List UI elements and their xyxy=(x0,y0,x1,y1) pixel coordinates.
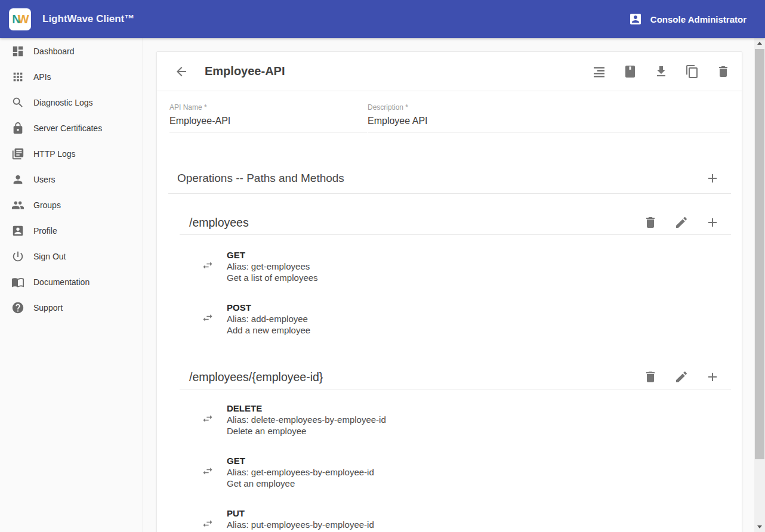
add-icon xyxy=(705,370,720,384)
lock-icon xyxy=(11,122,24,135)
edit-icon xyxy=(674,215,689,230)
sidebar-item-label: Users xyxy=(33,175,55,184)
delete-icon xyxy=(716,64,730,79)
sidebar-item-profile[interactable]: Profile xyxy=(0,218,143,243)
logo-letter-w: W xyxy=(18,13,28,26)
operation-text: POST Alias: add-employee Add a new emplo… xyxy=(227,302,310,336)
delete-icon xyxy=(643,370,658,384)
operation-row[interactable]: DELETE Alias: delete-employees-by-employ… xyxy=(202,403,742,437)
open-book-icon xyxy=(11,276,24,289)
api-fields: API Name * Description * xyxy=(157,91,742,132)
sidebar-item-server-certificates[interactable]: Server Certificates xyxy=(0,115,143,141)
operation-description: Add a new employee xyxy=(227,324,310,336)
sidebar-item-users[interactable]: Users xyxy=(0,166,143,192)
view-spec-button[interactable] xyxy=(592,64,606,79)
arrow-back-icon xyxy=(174,64,189,79)
download-button[interactable] xyxy=(654,64,668,79)
swap-arrows-icon xyxy=(202,259,214,271)
operations-section-header: Operations -- Paths and Methods xyxy=(177,171,720,186)
account-box-icon xyxy=(11,224,24,237)
add-path-button[interactable] xyxy=(705,171,720,185)
api-name-input[interactable] xyxy=(169,112,367,132)
sidebar-item-support[interactable]: Support xyxy=(0,295,143,320)
triangle-down-icon xyxy=(757,525,762,528)
edit-icon xyxy=(674,370,689,384)
add-operation-button[interactable] xyxy=(705,370,720,384)
path-divider xyxy=(180,389,731,389)
add-operation-button[interactable] xyxy=(705,215,720,230)
library-books-icon xyxy=(11,147,24,160)
operation-text: PUT Alias: put-employees-by-employee-id … xyxy=(227,508,374,532)
operation-row[interactable]: GET Alias: get-employees-by-employee-id … xyxy=(202,455,742,489)
api-name-label: API Name * xyxy=(169,103,367,112)
operation-alias: Alias: put-employees-by-employee-id xyxy=(227,519,374,530)
dashboard-icon xyxy=(11,45,24,58)
swap-arrows-icon xyxy=(202,465,214,477)
book-button[interactable] xyxy=(623,64,637,79)
user-menu[interactable]: Console Administrator xyxy=(628,12,747,26)
operation-alias: Alias: get-employees-by-employee-id xyxy=(227,466,374,478)
operation-row[interactable]: PUT Alias: put-employees-by-employee-id … xyxy=(202,508,742,532)
sidebar-item-http-logs[interactable]: HTTP Logs xyxy=(0,141,143,166)
power-icon xyxy=(11,250,24,263)
operation-row[interactable]: GET Alias: get-employees Get a list of e… xyxy=(202,249,742,283)
sidebar-item-dashboard[interactable]: Dashboard xyxy=(0,38,143,64)
sidebar-item-label: Sign Out xyxy=(33,252,66,261)
sidebar-item-label: Support xyxy=(33,303,63,313)
swap-arrows-icon xyxy=(202,413,214,425)
operation-method: POST xyxy=(227,302,310,313)
sidebar-item-diagnostic-logs[interactable]: Diagnostic Logs xyxy=(0,89,143,115)
api-description-label: Description * xyxy=(368,103,730,112)
scrollbar-up-button[interactable] xyxy=(754,38,765,48)
scrollbar[interactable] xyxy=(754,38,765,532)
path-actions xyxy=(643,370,720,384)
scrollbar-thumb[interactable] xyxy=(755,49,764,459)
operation-text: GET Alias: get-employees-by-employee-id … xyxy=(227,455,374,489)
user-label: Console Administrator xyxy=(650,14,747,24)
sidebar-item-label: Dashboard xyxy=(33,47,75,56)
delete-path-button[interactable] xyxy=(643,370,658,384)
operation-alias: Alias: get-employees xyxy=(227,261,318,272)
copy-button[interactable] xyxy=(685,64,699,79)
api-name-field: API Name * xyxy=(169,103,367,132)
sidebar-item-apis[interactable]: APIs xyxy=(0,64,143,89)
path-group-header: /employees xyxy=(189,211,720,234)
section-divider xyxy=(168,193,731,194)
sidebar-item-label: APIs xyxy=(33,72,51,82)
operation-method: DELETE xyxy=(227,403,386,414)
delete-api-button[interactable] xyxy=(716,64,730,79)
path-title: /employees/{employee-id} xyxy=(189,370,323,384)
sidebar-item-label: HTTP Logs xyxy=(33,149,76,159)
scrollbar-down-button[interactable] xyxy=(754,522,765,532)
operation-alias: Alias: add-employee xyxy=(227,313,310,324)
operation-text: DELETE Alias: delete-employees-by-employ… xyxy=(227,403,386,437)
sidebar-item-groups[interactable]: Groups xyxy=(0,192,143,218)
person-icon xyxy=(11,173,24,186)
apps-grid-icon xyxy=(11,70,24,83)
operations-section-title: Operations -- Paths and Methods xyxy=(177,172,344,185)
align-right-lines-icon xyxy=(592,64,606,79)
edit-path-button[interactable] xyxy=(674,370,689,384)
account-box-icon xyxy=(628,12,643,26)
operation-method: GET xyxy=(227,455,374,466)
path-title: /employees xyxy=(189,216,249,230)
page-title: Employee-API xyxy=(205,64,285,78)
copy-icon xyxy=(685,64,699,79)
operation-text: GET Alias: get-employees Get a list of e… xyxy=(227,249,318,283)
sidebar-item-sign-out[interactable]: Sign Out xyxy=(0,243,143,269)
path-divider xyxy=(180,234,731,235)
api-description-input[interactable] xyxy=(368,112,730,132)
api-toolbar xyxy=(592,64,730,79)
sidebar-item-documentation[interactable]: Documentation xyxy=(0,269,143,295)
delete-path-button[interactable] xyxy=(643,215,658,230)
sidebar-item-label: Documentation xyxy=(33,277,90,287)
add-icon xyxy=(705,171,720,185)
operation-method: GET xyxy=(227,249,318,261)
edit-path-button[interactable] xyxy=(674,215,689,230)
api-detail-card: Employee-API AP xyxy=(156,51,742,532)
back-button[interactable] xyxy=(174,64,189,79)
search-icon xyxy=(11,96,24,109)
triangle-up-icon xyxy=(757,42,762,45)
sidebar-item-label: Diagnostic Logs xyxy=(33,98,93,107)
operation-row[interactable]: POST Alias: add-employee Add a new emplo… xyxy=(202,302,742,336)
